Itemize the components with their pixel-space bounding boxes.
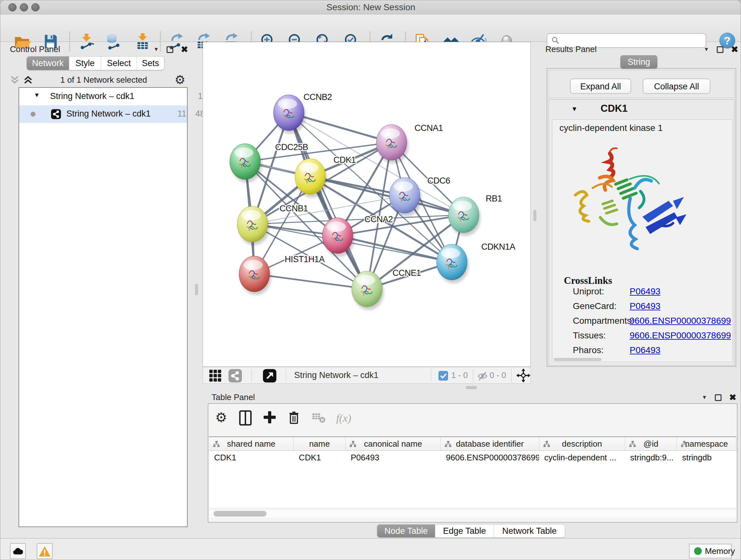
column-header-description[interactable]: description xyxy=(539,437,625,451)
selected-checkbox-icon[interactable] xyxy=(439,371,448,381)
toolbar-separator xyxy=(69,32,70,51)
network-node-label: CDKN1A xyxy=(481,242,515,252)
network-node-ccna1[interactable] xyxy=(376,125,408,164)
delete-column-icon[interactable] xyxy=(285,410,303,428)
crosslink-link[interactable]: 9606.ENSP00000378699 xyxy=(630,330,731,341)
column-header-canonical-name[interactable]: canonical name xyxy=(346,437,441,451)
network-node-rb1[interactable] xyxy=(448,197,481,236)
network-node-ccnb1[interactable] xyxy=(237,206,269,245)
table-horizontal-scrollbar[interactable] xyxy=(209,509,736,517)
node-count: 11 xyxy=(178,109,186,119)
table-cell[interactable]: cyclin-dependent ... xyxy=(539,451,625,465)
column-header--id[interactable]: @id xyxy=(625,437,677,451)
section-collapse-triangle-icon[interactable]: ▼ xyxy=(571,105,578,113)
cloud-icon[interactable] xyxy=(10,543,26,559)
panel-float-icon[interactable] xyxy=(715,394,722,401)
share-network-icon[interactable] xyxy=(228,369,242,384)
protein-description: cyclin-dependent kinase 1 xyxy=(559,123,663,133)
gear-icon[interactable]: ⚙ xyxy=(175,73,185,87)
tab-node-table[interactable]: Node Table xyxy=(377,524,435,538)
tab-style[interactable]: Style xyxy=(69,57,101,70)
crosslink-link[interactable]: 9606.ENSP00000378699 xyxy=(630,316,731,326)
panel-menu-icon[interactable]: ▼ xyxy=(702,394,707,401)
left-splitter-handle[interactable] xyxy=(195,284,198,295)
crosslink-link[interactable]: P06493 xyxy=(630,287,661,297)
table-cell[interactable]: CDK1 xyxy=(293,451,346,465)
column-namespace-icon xyxy=(681,441,688,448)
collapse-triangle-icon[interactable]: ▼ xyxy=(34,91,40,99)
table-panel-controls: ▼ ✖ xyxy=(702,392,736,402)
table-panel-title: Table Panel xyxy=(212,392,255,402)
birds-eye-view-icon[interactable] xyxy=(516,368,530,384)
network-list-header: 1 of 1 Network selected ⚙ xyxy=(10,72,187,87)
network-edge[interactable] xyxy=(338,236,452,262)
expand-all-button[interactable]: Expand All xyxy=(570,78,631,94)
open-view-icon[interactable] xyxy=(263,369,276,384)
table-cell[interactable]: CDK1 xyxy=(209,451,293,465)
column-namespace-icon xyxy=(543,441,550,448)
crosslink-link[interactable]: P06493 xyxy=(630,345,661,355)
panel-close-icon[interactable]: ✖ xyxy=(181,44,188,55)
tab-sets[interactable]: Sets xyxy=(137,57,164,70)
network-node-ccnb2[interactable] xyxy=(273,95,306,134)
network-node-hist1h1a[interactable] xyxy=(239,256,271,295)
hidden-eye-slash-icon[interactable] xyxy=(477,370,488,383)
table-row[interactable]: CDK1CDK1P064939606.ENSP00000378699cyclin… xyxy=(209,451,736,465)
collapse-all-chevron-icon[interactable] xyxy=(10,75,19,84)
protein-name: CDK1 xyxy=(601,103,627,114)
table-cell[interactable]: stringdb:9... xyxy=(625,451,677,465)
memory-button[interactable]: Memory xyxy=(689,544,732,558)
panel-menu-icon[interactable]: ▼ xyxy=(704,46,709,53)
warning-icon[interactable] xyxy=(37,543,53,559)
panel-menu-icon[interactable]: ▼ xyxy=(153,46,159,53)
add-column-icon[interactable] xyxy=(261,410,279,428)
hidden-node-edge-counts: 0 - 0 xyxy=(489,367,506,384)
column-header-label: database identifier xyxy=(456,439,524,449)
panel-float-icon[interactable] xyxy=(717,46,724,53)
network-node-ccne1[interactable] xyxy=(352,271,384,310)
search-icon xyxy=(551,36,560,45)
expand-all-chevron-icon[interactable] xyxy=(23,75,33,84)
right-splitter-handle[interactable] xyxy=(533,210,536,221)
tab-string[interactable]: String xyxy=(620,55,657,69)
crosslink-label: GeneCard: xyxy=(573,301,616,311)
tab-edge-table[interactable]: Edge Table xyxy=(435,524,494,538)
network-node-cdc25b[interactable] xyxy=(230,144,262,183)
table-cell[interactable]: P06493 xyxy=(346,451,441,465)
column-header-name[interactable]: name xyxy=(293,437,346,451)
network-node-ccna2[interactable] xyxy=(322,218,354,257)
panel-float-icon[interactable] xyxy=(166,46,173,53)
import-network-from-database-icon[interactable] xyxy=(105,33,122,51)
title-bar: Session: New Session xyxy=(0,0,741,14)
table-cell[interactable]: stringdb xyxy=(677,451,736,465)
scrollbar-thumb[interactable] xyxy=(213,511,266,516)
tab-select[interactable]: Select xyxy=(101,57,137,70)
column-header-shared-name[interactable]: shared name xyxy=(209,437,293,451)
string-results-buttons: Expand All Collapse All xyxy=(549,70,734,98)
crosslink-link[interactable]: P06493 xyxy=(630,301,661,311)
table-gear-icon[interactable]: ⚙ xyxy=(212,410,230,428)
collapse-all-button[interactable]: Collapse All xyxy=(643,78,711,94)
network-edge[interactable] xyxy=(254,274,367,289)
tab-network-table[interactable]: Network Table xyxy=(494,524,565,538)
grid-view-icon[interactable] xyxy=(209,369,222,384)
panel-close-icon[interactable]: ✖ xyxy=(729,392,737,402)
panel-close-icon[interactable]: ✖ xyxy=(731,44,738,55)
tab-network[interactable]: Network xyxy=(27,57,69,70)
network-node-cdk1[interactable] xyxy=(295,159,327,198)
import-table-from-file-icon[interactable] xyxy=(134,33,151,51)
network-node-cdkn1a[interactable] xyxy=(436,244,469,283)
bottom-splitter-handle[interactable] xyxy=(466,386,477,389)
column-header-database-identifier[interactable]: database identifier xyxy=(441,437,539,451)
show-columns-icon[interactable] xyxy=(237,410,254,428)
column-header-namespace[interactable]: namespace xyxy=(677,437,736,451)
table-cell[interactable]: 9606.ENSP00000378699 xyxy=(441,451,539,465)
import-network-from-file-icon[interactable] xyxy=(77,33,95,51)
horizontal-scrollbar[interactable] xyxy=(554,358,602,361)
network-canvas[interactable]: CCNB2CCNA1CDC25BCDK1CDC6RB1CCNB1CCNA2CDK… xyxy=(203,42,531,367)
control-panel-controls: ▼ ✖ xyxy=(153,44,188,55)
network-node-cdc6[interactable] xyxy=(389,178,421,216)
network-graph[interactable]: CCNB2CCNA1CDC25BCDK1CDC6RB1CCNB1CCNA2CDK… xyxy=(203,42,531,367)
network-collection-row[interactable]: ▼ String Network – cdk1 1 xyxy=(19,88,187,105)
network-row-selected[interactable]: String Network – cdk1 11 48 xyxy=(19,105,187,123)
